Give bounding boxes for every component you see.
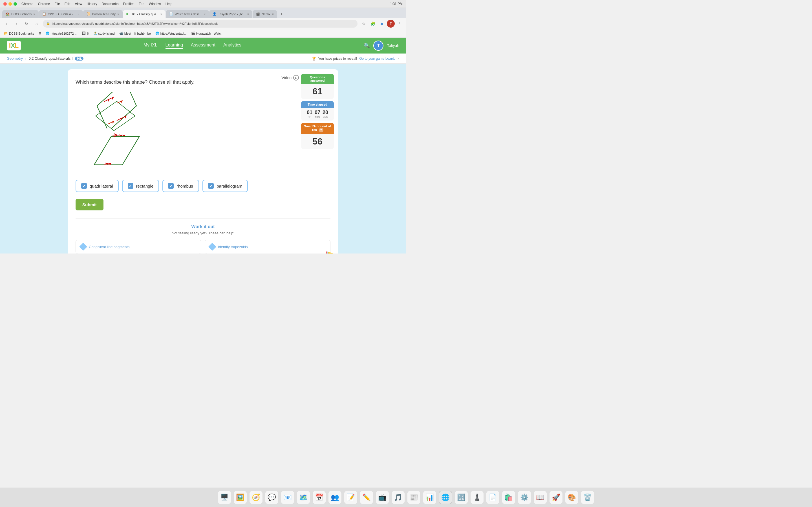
time-sec-value: 20 — [322, 110, 328, 115]
minimize-window-button[interactable] — [8, 2, 12, 6]
refresh-button[interactable]: ↻ — [22, 20, 31, 27]
tab-close-which[interactable]: × — [204, 12, 206, 16]
nav-links: My IXL Learning Assessment Analytics — [30, 43, 355, 49]
bookmarks-bar: 📂 DCSS Bookmarks ⊞ 🌐 https://e8162672-..… — [0, 29, 406, 38]
smart-score-value: 56 — [301, 134, 334, 149]
nav-analytics[interactable]: Analytics — [223, 43, 241, 49]
resource-congruent[interactable]: Congruent line segments — [75, 240, 201, 253]
menu-chrome[interactable]: Chrome — [38, 2, 50, 6]
tab-label-which: Which terms desc... — [175, 12, 202, 16]
tab-favicon-which: 📄 — [169, 12, 173, 16]
menu-history[interactable]: History — [87, 2, 97, 6]
home-button[interactable]: ⌂ — [33, 20, 41, 27]
extension-diamond-icon[interactable]: ◆ — [378, 20, 386, 27]
nav-my-ixl[interactable]: My IXL — [144, 43, 158, 49]
mac-titlebar: Chrome Chrome File Edit View History Boo… — [0, 0, 406, 8]
breadcrumb-subject[interactable]: Geometry — [7, 56, 23, 61]
menu-bookmarks[interactable]: Bookmarks — [102, 2, 119, 6]
tab-label-doco: DOCOSchools — [11, 12, 32, 16]
bookmark-studentapi[interactable]: 🌐 https://studentapi... — [154, 31, 188, 36]
tab-taliyah[interactable]: 👤 Taliyah Pope - [Te... × — [209, 10, 252, 18]
fullscreen-window-button[interactable] — [13, 2, 17, 6]
menu-edit[interactable]: Edit — [64, 2, 70, 6]
browser-toolbar: ‹ › ↻ ⌂ 🔒 ixl.com/math/geometry/classify… — [0, 18, 406, 29]
ixl-navigation: IXL My IXL Learning Assessment Analytics… — [0, 38, 406, 54]
profile-icon[interactable]: T — [387, 20, 395, 27]
bookmark-e816[interactable]: 🌐 https://e8162672-... — [44, 31, 79, 36]
menu-tab[interactable]: Tab — [139, 2, 144, 6]
prize-close-icon[interactable]: × — [397, 57, 399, 61]
checkbox-rhombus[interactable] — [168, 183, 174, 189]
checkbox-parallelogram[interactable] — [208, 183, 214, 189]
bookmark-study-island[interactable]: 🏝️ study island — [92, 31, 116, 36]
back-button[interactable]: ‹ — [2, 20, 10, 27]
tab-doco[interactable]: 🏫 DOCOSchools × — [2, 10, 39, 18]
tab-close-netflix[interactable]: × — [272, 12, 274, 16]
time-hr-label: HR — [307, 115, 312, 118]
choice-label-rhombus: rhombus — [176, 184, 193, 188]
menu-profiles[interactable]: Profiles — [123, 2, 135, 6]
resource-trapezoids[interactable]: Identify trapezoids — [205, 240, 331, 253]
bookmark-star-icon[interactable]: ☆ — [360, 20, 368, 27]
traffic-lights[interactable] — [3, 2, 17, 6]
bookmark-grid[interactable]: ⊞ — [37, 31, 43, 36]
bookmark-hurawatch[interactable]: 🎬 Hurawatch - Watc... — [190, 31, 225, 36]
extension-puzzle-icon[interactable]: 🧩 — [369, 20, 377, 27]
tab-favicon-netflix: 🎬 — [256, 12, 260, 16]
browser-menu-button[interactable]: ⋮ — [396, 20, 404, 27]
bookmark-6[interactable]: 🔲 6 — [80, 31, 90, 36]
choice-rectangle[interactable]: rectangle — [122, 180, 159, 192]
tab-which[interactable]: 📄 Which terms desc... × — [166, 10, 209, 18]
tab-close-boston[interactable]: × — [117, 12, 119, 16]
tab-favicon-doco: 🏫 — [6, 12, 10, 16]
video-link[interactable]: Video ▶ — [282, 75, 299, 80]
bookmark-dcss-label: DCSS Bookmarks — [9, 32, 34, 35]
smart-score-help-icon[interactable]: ? — [319, 128, 323, 132]
close-window-button[interactable] — [3, 2, 7, 6]
tab-close-taliyah[interactable]: × — [247, 12, 249, 16]
address-bar[interactable]: 🔒 ixl.com/math/geometry/classify-quadril… — [43, 20, 357, 27]
forward-button[interactable]: › — [12, 20, 20, 27]
time-sec-label: SEC — [322, 115, 328, 118]
tab-boston[interactable]: 📜 Boston Tea Party × — [83, 10, 123, 18]
user-name: Taliyah — [387, 43, 399, 48]
video-label: Video — [282, 75, 292, 80]
bookmark-meet[interactable]: 📹 Meet - jif-bwhb-hbe — [117, 31, 153, 36]
menu-file[interactable]: File — [54, 2, 60, 6]
browser-chrome: 🏫 DOCOSchools × 📋 CW13: G.GSR.4.2... × 📜… — [0, 8, 406, 38]
choice-parallelogram[interactable]: parallelogram — [202, 180, 248, 192]
tab-bar: 🏫 DOCOSchools × 📋 CW13: G.GSR.4.2... × 📜… — [0, 8, 406, 18]
tab-label-ixl: IXL - Classify qua... — [132, 12, 159, 16]
bookmark-e816-icon: 🌐 — [46, 32, 50, 35]
menu-view[interactable]: View — [75, 2, 82, 6]
bookmark-6-label: 6 — [87, 32, 89, 35]
checkbox-rectangle[interactable] — [128, 183, 133, 189]
checkbox-quadrilateral[interactable] — [81, 183, 87, 189]
choice-quadrilateral[interactable]: quadrilateral — [75, 180, 119, 192]
choice-rhombus[interactable]: rhombus — [162, 180, 199, 192]
time-min-unit: 07 MIN — [315, 110, 320, 118]
menu-bar[interactable]: Chrome File Edit View History Bookmarks … — [38, 2, 172, 6]
ixl-logo[interactable]: IXL — [7, 41, 21, 50]
tab-cw13[interactable]: 📋 CW13: G.GSR.4.2... × — [39, 10, 83, 18]
prize-link[interactable]: Go to your game board. — [359, 57, 395, 61]
bookmark-dcss[interactable]: 📂 DCSS Bookmarks — [2, 31, 36, 36]
nav-assessment[interactable]: Assessment — [191, 43, 215, 49]
search-icon[interactable]: 🔍 — [364, 43, 370, 49]
submit-button[interactable]: Submit — [75, 199, 103, 210]
menu-window[interactable]: Window — [149, 2, 161, 6]
new-tab-button[interactable]: + — [277, 10, 285, 18]
work-it-out-title: Work it out — [75, 224, 331, 229]
tab-close-doco[interactable]: × — [33, 12, 35, 16]
tab-close-ixl[interactable]: × — [160, 12, 162, 16]
level-badge: 86L — [75, 57, 84, 61]
tab-ixl[interactable]: ■ IXL - Classify qua... × — [123, 10, 165, 18]
tab-netflix[interactable]: 🎬 Netflix × — [253, 10, 277, 18]
user-avatar[interactable]: T — [373, 41, 384, 51]
tab-close-cw13[interactable]: × — [78, 12, 79, 16]
time-min-label: MIN — [315, 115, 320, 118]
svg-marker-11 — [112, 121, 114, 124]
nav-learning[interactable]: Learning — [165, 43, 183, 49]
bookmark-study-island-icon: 🏝️ — [93, 32, 97, 35]
menu-help[interactable]: Help — [165, 2, 172, 6]
